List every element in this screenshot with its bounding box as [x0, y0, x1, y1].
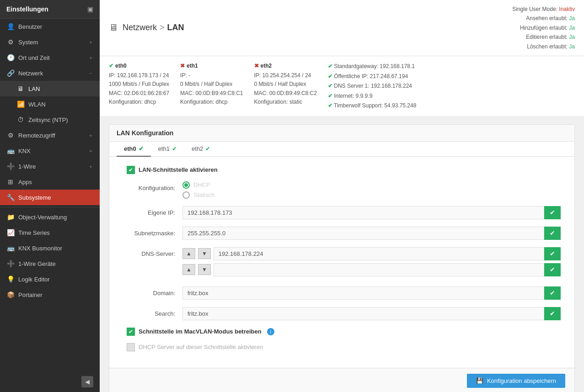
sidebar-item-knx[interactable]: 🚌 KNX ＋ — [0, 143, 100, 159]
dns-label: DNS-Server: — [123, 247, 182, 257]
konfiguration-label: Konfiguration: — [123, 181, 182, 191]
ansehen-value: Ja — [569, 15, 575, 21]
tabs-bar: eth0 ✔ eth1 ✔ eth2 ✔ — [109, 142, 574, 157]
domain-section: Domain: ✔ — [123, 286, 561, 300]
sidebar-item-netzwerk[interactable]: 🔗 Netzwerk － — [0, 65, 100, 81]
knx-icon: 🚌 — [6, 147, 15, 154]
search-confirm-button[interactable]: ✔ — [544, 307, 561, 320]
expand-icon: － — [88, 70, 93, 77]
dns1-down-button[interactable]: ▼ — [198, 248, 211, 259]
loeschen-status: Löschen erlaubt: Ja — [512, 42, 575, 51]
sidebar-item-portainer[interactable]: 📦 Portainer — [0, 287, 100, 302]
tab-eth2[interactable]: eth2 ✔ — [184, 142, 218, 157]
save-bar: 💾 Konfiguration abspeichern — [109, 368, 574, 392]
sidebar-item-zeitsync[interactable]: ⏱ Zeitsync (NTP) — [0, 112, 100, 127]
dns2-confirm-button[interactable]: ✔ — [544, 263, 561, 276]
dhcp-radio[interactable] — [182, 181, 190, 189]
sidebar-collapse-icon[interactable]: ▣ — [87, 5, 93, 13]
header-title: Netzwerk — [123, 23, 157, 32]
sidebar-item-label: Apps — [18, 179, 32, 185]
sidebar-collapse-button[interactable]: ◀ — [81, 376, 93, 387]
hinzufuegen-status: Hinzufügen erlaubt: Ja — [512, 23, 575, 32]
net-info-list: ✔ Standardgateway: 192.168.178.1 ✔ Öffen… — [328, 62, 416, 111]
domain-label: Domain: — [123, 286, 182, 297]
dns1-up-button[interactable]: ▲ — [182, 248, 195, 259]
sidebar-item-benutzer[interactable]: 👤 Benutzer — [0, 19, 100, 34]
dns2-up-button[interactable]: ▲ — [182, 264, 195, 275]
sidebar-header: Einstellungen ▣ — [0, 0, 100, 19]
sidebar-item-ort-und-zeit[interactable]: 🕐 Ort und Zeit ＋ — [0, 50, 100, 65]
macvlan-label: Schnittstelle im MacVLAN-Modus betreiben — [139, 328, 262, 335]
subnetzmaske-control: ✔ — [182, 227, 561, 240]
eth2-title: eth2 — [261, 62, 272, 70]
tab-eth1[interactable]: eth1 ✔ — [151, 142, 184, 157]
sidebar-item-subsysteme[interactable]: 🔧 Subsysteme — [0, 190, 100, 205]
sidebar-item-system[interactable]: ⚙ System ＋ — [0, 34, 100, 50]
form-area: ✔ LAN-Schnittstelle aktivieren Konfigura… — [109, 157, 574, 368]
dns2-input-wrap: ✔ — [214, 263, 561, 276]
dns1-input[interactable] — [214, 247, 544, 260]
tab-eth0[interactable]: eth0 ✔ — [117, 142, 151, 157]
statisch-radio[interactable] — [182, 191, 190, 199]
search-input[interactable] — [182, 307, 544, 320]
save-button[interactable]: 💾 Konfiguration abspeichern — [467, 374, 565, 388]
sidebar-item-label: KNX — [18, 148, 31, 154]
subnetzmaske-confirm-button[interactable]: ✔ — [544, 227, 561, 240]
sidebar-item-label: Logik Editor — [18, 276, 50, 283]
dns2-down-button[interactable]: ▼ — [198, 264, 211, 275]
sidebar-item-time-series[interactable]: 📈 Time Series — [0, 225, 100, 240]
dns2-input[interactable] — [214, 263, 544, 276]
sidebar-item-label: LAN — [28, 85, 40, 92]
expand-icon: ＋ — [88, 148, 93, 154]
domain-control: ✔ — [182, 286, 561, 300]
sidebar-item-lan[interactable]: 🖥 LAN — [0, 81, 100, 96]
sidebar-item-apps[interactable]: ⊞ Apps — [0, 174, 100, 190]
sidebar-item-knx-busmonitor[interactable]: 🚌 KNX Busmonitor — [0, 240, 100, 256]
macvlan-info-icon[interactable]: i — [267, 328, 274, 335]
save-icon: 💾 — [476, 377, 483, 384]
search-label: Search: — [123, 307, 182, 317]
subnetzmaske-label: Subnetzmaske: — [123, 227, 182, 237]
search-control: ✔ — [182, 307, 561, 320]
dhcp-server-checkbox[interactable] — [127, 343, 135, 351]
eigene-ip-confirm-button[interactable]: ✔ — [544, 206, 561, 219]
sidebar-item-label: Zeitsync (NTP) — [28, 117, 68, 123]
sidebar: Einstellungen ▣ 👤 Benutzer ⚙ System ＋ 🕐 … — [0, 0, 100, 392]
subnetzmaske-input[interactable] — [182, 227, 544, 240]
sidebar-item-label: Ort und Zeit — [18, 54, 50, 61]
tab-eth0-label: eth0 — [124, 145, 136, 152]
dns1-confirm-button[interactable]: ✔ — [544, 247, 561, 260]
header-status: Single User Mode: Inaktiv Ansehen erlaub… — [512, 5, 575, 51]
sidebar-item-object-verwaltung[interactable]: 📁 Object-Verwaltung — [0, 209, 100, 225]
sidebar-item-logik-editor[interactable]: 💡 Logik Editor — [0, 271, 100, 287]
editieren-status: Editieren erlaubt: Ja — [512, 32, 575, 42]
network-info-bar: ✔ eth0 IP: 192.168.178.173 / 24 1000 Mbi… — [100, 56, 584, 117]
statisch-row: Statisch — [182, 191, 561, 199]
time-series-icon: 📈 — [6, 229, 15, 236]
domain-input[interactable] — [182, 286, 544, 300]
portainer-icon: 📦 — [6, 291, 15, 298]
dhcp-label: DHCP — [193, 181, 210, 188]
sidebar-item-1wire[interactable]: ➕ 1-Wire ＋ — [0, 159, 100, 174]
sidebar-item-remotezugriff[interactable]: ⚙ Remotezugriff ＋ — [0, 127, 100, 143]
macvlan-checkbox[interactable]: ✔ — [127, 328, 135, 336]
sidebar-bottom: ◀ — [0, 371, 100, 392]
activate-checkbox[interactable]: ✔ — [127, 166, 135, 174]
monitor-icon: 🖥 — [109, 22, 118, 33]
knx-busmonitor-icon: 🚌 — [6, 244, 15, 252]
wlan-icon: 📶 — [16, 101, 25, 108]
save-label: Konfiguration abspeichern — [487, 377, 556, 384]
sidebar-item-1wire-geraete[interactable]: ➕ 1-Wire Geräte — [0, 256, 100, 271]
eigene-ip-input[interactable] — [182, 206, 544, 219]
net-card-eth0: ✔ eth0 IP: 192.168.178.173 / 24 1000 Mbi… — [109, 62, 169, 111]
domain-confirm-button[interactable]: ✔ — [544, 286, 561, 300]
hinzufuegen-value: Ja — [569, 25, 575, 31]
content-area: LAN Konfiguration eth0 ✔ eth1 ✔ eth2 ✔ — [100, 117, 584, 392]
eth2-info: IP: 10.254.254.254 / 24 0 Mbit/s / Half … — [254, 71, 317, 106]
sidebar-item-label: Object-Verwaltung — [18, 214, 67, 221]
eigene-ip-control: ✔ — [182, 206, 561, 219]
sidebar-item-wlan[interactable]: 📶 WLAN — [0, 96, 100, 112]
dns-row-2: ▲ ▼ ✔ — [182, 263, 561, 276]
statisch-label: Statisch — [193, 191, 214, 198]
expand-icon: ＋ — [88, 54, 93, 61]
